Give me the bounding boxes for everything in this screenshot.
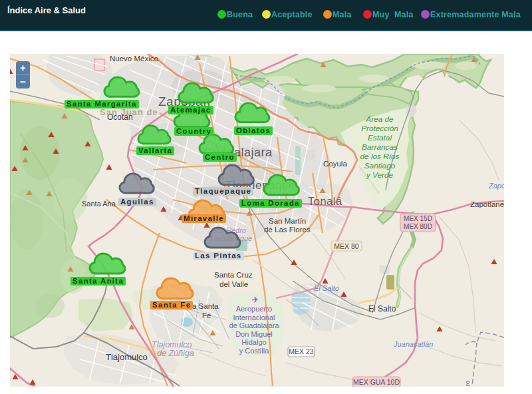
svg-text:Zapotlane: Zapotlane <box>470 200 504 208</box>
svg-text:de Zúñiga: de Zúñiga <box>157 349 194 358</box>
svg-text:Tlajomulco: Tlajomulco <box>106 352 148 362</box>
svg-text:Estatal: Estatal <box>368 133 392 142</box>
svg-text:Santiago: Santiago <box>364 161 396 170</box>
svg-text:de Guadalajara: de Guadalajara <box>229 321 279 329</box>
svg-text:✈: ✈ <box>252 295 259 305</box>
svg-text:Zapo: Zapo <box>488 182 504 190</box>
svg-text:Coyula: Coyula <box>323 160 347 168</box>
svg-text:Tonalá: Tonalá <box>308 195 342 207</box>
svg-text:El Salto: El Salto <box>368 304 396 313</box>
svg-text:MEX 80D: MEX 80D <box>404 223 432 230</box>
svg-text:a Santa: a Santa <box>192 302 219 310</box>
svg-text:Internacional: Internacional <box>233 313 275 321</box>
svg-text:Santa Ana: Santa Ana <box>82 200 116 208</box>
svg-text:Santa Cruz: Santa Cruz <box>214 271 253 279</box>
svg-text:MEX 80: MEX 80 <box>334 242 359 250</box>
svg-text:MEX 15D: MEX 15D <box>404 215 432 222</box>
svg-text:y Verde: y Verde <box>366 170 394 180</box>
svg-text:Fe: Fe <box>202 311 211 319</box>
svg-text:El Salto: El Salto <box>314 284 339 292</box>
svg-text:Hidalgo: Hidalgo <box>241 338 266 346</box>
svg-text:Tlajomulco: Tlajomulco <box>152 340 192 349</box>
svg-text:de Las Flores: de Las Flores <box>264 226 311 234</box>
svg-text:Aeropuerto: Aeropuerto <box>236 305 272 313</box>
svg-text:Área de: Área de <box>365 114 394 124</box>
svg-text:Juanacatlán: Juanacatlán <box>393 340 433 348</box>
svg-text:Nuevo México: Nuevo México <box>110 55 158 63</box>
svg-text:Barrancas: Barrancas <box>362 142 398 152</box>
svg-text:de los Ríos: de los Ríos <box>360 152 399 161</box>
svg-text:MEX GUA 10D: MEX GUA 10D <box>353 378 400 386</box>
svg-text:del Valle: del Valle <box>219 280 248 288</box>
svg-text:MEX 23: MEX 23 <box>289 347 314 355</box>
svg-text:San Juan de: San Juan de <box>100 107 158 117</box>
svg-text:Don Miguel: Don Miguel <box>235 330 273 338</box>
svg-text:Protección: Protección <box>361 124 398 133</box>
svg-text:San Martín: San Martín <box>269 217 306 225</box>
svg-text:y Costilla: y Costilla <box>239 347 270 355</box>
svg-text:ro: ro <box>464 381 471 386</box>
